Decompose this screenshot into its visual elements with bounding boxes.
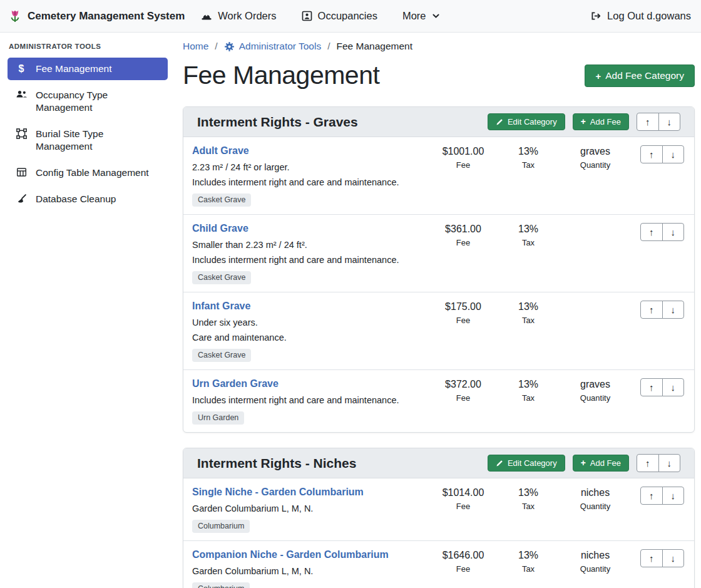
fee-amount-col: $175.00 Fee — [429, 301, 498, 325]
fee-value: $1001.00 — [429, 146, 498, 157]
move-fee-up-button[interactable]: ↑ — [640, 223, 663, 241]
breadcrumb-home-link[interactable]: Home — [183, 41, 208, 52]
quantity-label: Quantity — [559, 564, 632, 574]
move-fee-down-button[interactable]: ↓ — [662, 487, 685, 505]
app-title: Cemetery Management System — [28, 10, 185, 23]
fee-reorder-group: ↑ ↓ — [640, 145, 684, 163]
move-fee-up-button[interactable]: ↑ — [640, 549, 663, 567]
people-icon — [15, 90, 28, 99]
nav-more[interactable]: More — [402, 10, 440, 22]
broom-icon — [15, 193, 28, 204]
fee-label: Fee — [429, 238, 498, 247]
fee-name-link[interactable]: Urn Garden Grave — [192, 378, 279, 389]
admin-sidebar: Administrator Tools $ Fee Management Occ… — [0, 33, 175, 588]
move-category-up-button[interactable]: ↑ — [637, 454, 659, 472]
sidebar-item-fee-management[interactable]: $ Fee Management — [8, 58, 168, 80]
tax-label: Tax — [498, 238, 559, 247]
quantity-col: graves Quantity — [559, 378, 632, 403]
fee-name-link[interactable]: Companion Niche - Garden Columbarium — [192, 549, 389, 560]
edit-category-button[interactable]: Edit Category — [488, 113, 565, 130]
move-fee-up-button[interactable]: ↑ — [640, 145, 663, 163]
move-fee-up-button[interactable]: ↑ — [640, 487, 663, 505]
move-category-up-button[interactable]: ↑ — [637, 113, 659, 131]
category-title: Interment Rights - Graves — [197, 115, 358, 130]
sidebar-item-config-table-management[interactable]: Config Table Management — [8, 162, 168, 184]
tax-label: Tax — [498, 316, 559, 325]
fee-tag: Columbarium — [192, 520, 250, 533]
fee-name-link[interactable]: Adult Grave — [192, 145, 249, 157]
logout-link[interactable]: Log Out d.gowans — [590, 10, 691, 22]
fee-value: $1646.00 — [429, 550, 498, 561]
fee-tag: Casket Grave — [192, 193, 251, 207]
plus-icon: + — [581, 118, 586, 126]
sidebar-item-occupancy-type-management[interactable]: Occupancy Type Management — [8, 84, 168, 119]
fee-category-card: Interment Rights - Niches Edit Category … — [183, 448, 695, 588]
move-category-down-button[interactable]: ↓ — [658, 113, 681, 131]
sidebar-item-burial-site-type-management[interactable]: Burial Site Type Management — [8, 123, 168, 158]
plus-icon: + — [581, 459, 586, 467]
breadcrumb: Home / Administrator Tools / Fee Managem… — [183, 41, 695, 52]
nav-work-orders[interactable]: Work Orders — [201, 10, 276, 22]
move-fee-down-button[interactable]: ↓ — [662, 223, 685, 241]
fee-amount-col: $1001.00 Fee — [429, 145, 498, 170]
fee-description: Garden Columbarium L, M, N. — [192, 565, 422, 578]
fee-tag: Urn Garden — [192, 411, 244, 425]
move-fee-up-button[interactable]: ↑ — [640, 301, 663, 319]
dollar-icon: $ — [15, 63, 28, 75]
sidebar-heading: Administrator Tools — [9, 43, 168, 50]
nav-more-label: More — [402, 10, 426, 22]
add-fee-button[interactable]: + Add Fee — [573, 455, 629, 472]
fee-description: Garden Columbarium L, M, N. — [192, 502, 422, 515]
move-fee-up-button[interactable]: ↑ — [640, 378, 663, 396]
breadcrumb-admin-label: Administrator Tools — [239, 41, 322, 52]
fee-name-link[interactable]: Child Grave — [192, 223, 248, 234]
sidebar-item-database-cleanup[interactable]: Database Cleanup — [8, 188, 168, 210]
edit-category-button[interactable]: Edit Category — [488, 455, 565, 472]
nav-occupancies-label: Occupancies — [318, 10, 377, 22]
add-fee-button[interactable]: + Add Fee — [573, 113, 629, 130]
tulip-logo-icon — [8, 8, 23, 24]
arrow-down-icon: ↓ — [671, 553, 676, 564]
tax-value: 13% — [498, 379, 559, 390]
quantity-value: niches — [559, 487, 632, 498]
tax-label: Tax — [498, 393, 559, 403]
fee-reorder-group: ↑ ↓ — [640, 487, 684, 505]
fee-name-link[interactable]: Infant Grave — [192, 301, 250, 312]
quantity-col: niches Quantity — [559, 549, 632, 574]
breadcrumb-admin-link[interactable]: Administrator Tools — [224, 41, 322, 52]
move-fee-down-button[interactable]: ↓ — [662, 378, 685, 396]
add-fee-label: Add Fee — [590, 117, 621, 126]
move-fee-down-button[interactable]: ↓ — [662, 549, 685, 567]
edit-category-label: Edit Category — [508, 117, 557, 126]
person-box-icon — [302, 11, 312, 21]
arrow-down-icon: ↓ — [671, 304, 676, 315]
sidebar-item-label: Fee Management — [36, 63, 112, 75]
fee-reorder-group: ↑ ↓ — [640, 223, 684, 241]
add-fee-category-button[interactable]: + Add Fee Category — [585, 64, 695, 87]
fee-reorder-group: ↑ ↓ — [640, 549, 684, 567]
move-fee-down-button[interactable]: ↓ — [662, 301, 685, 319]
move-category-down-button[interactable]: ↓ — [658, 454, 681, 472]
fee-info: Urn Garden Grave Includes interment righ… — [192, 378, 429, 425]
fee-row: Companion Niche - Garden Columbarium Gar… — [183, 541, 694, 588]
nav-occupancies[interactable]: Occupancies — [302, 10, 377, 22]
fee-amount-col: $372.00 Fee — [429, 378, 498, 403]
tax-col: 13% Tax — [498, 378, 559, 403]
sidebar-item-label: Database Cleanup — [36, 193, 116, 205]
fee-row: Urn Garden Grave Includes interment righ… — [183, 370, 694, 432]
quantity-label: Quantity — [559, 502, 632, 511]
fee-amount-col: $1646.00 Fee — [429, 549, 498, 574]
plus-icon: + — [595, 72, 601, 80]
fee-tag: Casket Grave — [192, 349, 251, 362]
chevron-down-icon — [432, 12, 440, 20]
fee-name-link[interactable]: Single Niche - Garden Columbarium — [192, 487, 364, 498]
arrow-down-icon: ↓ — [667, 458, 672, 468]
fee-value: $361.00 — [429, 224, 498, 235]
quantity-col — [559, 301, 632, 301]
fee-row: Child Grave Smaller than 2.23 m² / 24 ft… — [183, 215, 694, 292]
fee-label: Fee — [429, 316, 498, 325]
pencil-icon — [496, 460, 503, 467]
move-fee-down-button[interactable]: ↓ — [662, 145, 685, 163]
arrow-up-icon: ↑ — [649, 304, 654, 315]
app-brand[interactable]: Cemetery Management System — [8, 8, 185, 24]
